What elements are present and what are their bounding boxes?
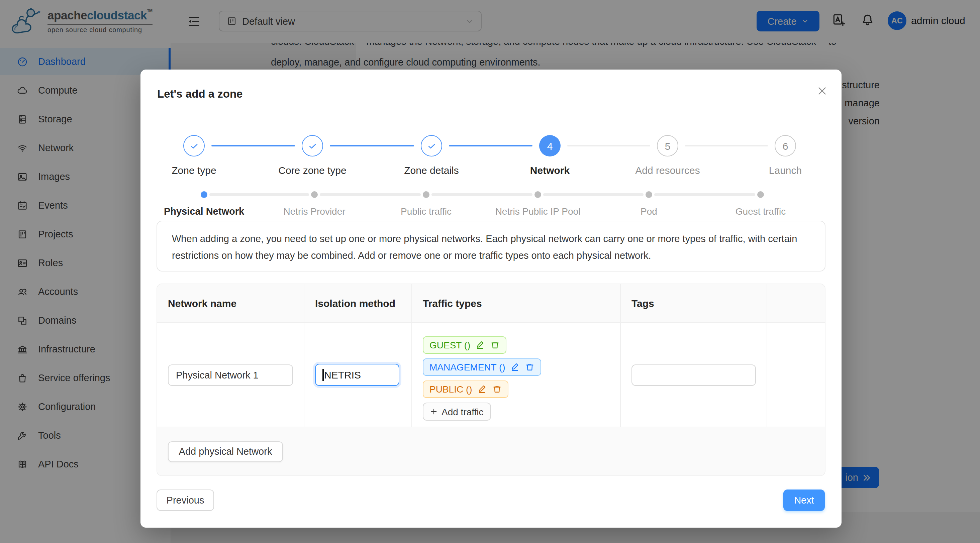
isolation-method-value: NETRIS <box>324 369 361 381</box>
delete-icon[interactable] <box>525 362 535 372</box>
step-connector <box>212 145 295 146</box>
tags-cell <box>620 323 767 427</box>
step-connector <box>685 145 768 146</box>
traffic-tag-guest: GUEST () <box>423 337 506 354</box>
step-add-resources[interactable]: 5 <box>657 135 678 157</box>
app-viewport: clouds. CloudStack™ manages the Network,… <box>0 0 980 543</box>
isolation-method-cell: NETRIS <box>304 323 411 427</box>
substep-connector <box>320 193 421 196</box>
substep-connector <box>209 193 309 196</box>
previous-button[interactable]: Previous <box>156 489 214 511</box>
step-connector <box>449 145 533 146</box>
step-zone-type[interactable] <box>183 135 205 157</box>
step-label: Zone details <box>404 165 458 176</box>
edit-icon[interactable] <box>476 340 485 350</box>
substep-dot-guest-traffic[interactable] <box>757 191 764 198</box>
traffic-tag-label: GUEST () <box>430 340 470 351</box>
check-icon <box>426 141 436 151</box>
traffic-tag-label: PUBLIC () <box>430 384 472 395</box>
column-header-traffic-types: Traffic types <box>411 284 620 322</box>
text-caret <box>323 369 323 381</box>
delete-icon[interactable] <box>492 384 502 394</box>
traffic-tag-label: MANAGEMENT () <box>430 362 505 373</box>
add-traffic-button[interactable]: Add traffic <box>423 403 491 421</box>
substep-label: Netris Public IP Pool <box>495 206 581 217</box>
column-header-network-name: Network name <box>157 284 304 322</box>
zone-wizard-steps: 4 5 6 Zone type Core zone type Zone deta… <box>156 126 826 178</box>
add-physical-network-button[interactable]: Add physical Network <box>168 441 283 462</box>
traffic-tag-public: PUBLIC () <box>423 381 508 398</box>
close-button[interactable] <box>817 86 827 96</box>
substep-label: Physical Network <box>164 206 244 217</box>
substep-dot-physical-network[interactable] <box>201 191 207 198</box>
traffic-types-cell: GUEST () MANAGEMENT () PUBLIC () <box>411 323 620 427</box>
step-label: Network <box>530 165 570 176</box>
step-launch[interactable]: 6 <box>775 135 796 157</box>
substep-label: Netris Provider <box>283 206 345 217</box>
substep-dot-public-traffic[interactable] <box>423 191 430 198</box>
substep-label: Public traffic <box>401 206 452 217</box>
edit-icon[interactable] <box>477 384 487 394</box>
substep-dot-pod[interactable] <box>646 191 652 198</box>
physical-network-description-box: When adding a zone, you need to set up o… <box>156 221 826 272</box>
step-label: Core zone type <box>278 165 346 176</box>
network-name-input[interactable] <box>168 364 293 386</box>
table-row: NETRIS GUEST () MANAGEMENT () <box>157 322 825 427</box>
modal-header: Let's add a zone <box>140 70 842 110</box>
table-header-row: Network name Isolation method Traffic ty… <box>157 284 825 322</box>
physical-network-description: When adding a zone, you need to set up o… <box>172 231 811 264</box>
column-header-tags: Tags <box>620 284 767 322</box>
step-label: Launch <box>769 165 802 176</box>
step-connector <box>330 145 414 146</box>
next-button[interactable]: Next <box>783 489 825 511</box>
step-label: Zone type <box>172 165 216 176</box>
step-core-zone-type[interactable] <box>302 135 323 157</box>
substep-connector <box>654 193 755 196</box>
substep-label: Guest traffic <box>735 206 786 217</box>
table-footer-row: Add physical Network <box>157 427 825 475</box>
step-number: 6 <box>783 140 788 151</box>
physical-network-table: Network name Isolation method Traffic ty… <box>156 284 826 476</box>
column-header-isolation-method: Isolation method <box>304 284 411 322</box>
step-number: 4 <box>547 140 553 151</box>
substep-dot-netris-public-ip-pool[interactable] <box>535 191 541 198</box>
step-network[interactable]: 4 <box>539 135 561 157</box>
network-substeps: Physical Network Netris Provider Public … <box>140 182 842 221</box>
plus-icon <box>430 408 438 415</box>
step-label: Add resources <box>635 165 700 176</box>
modal-title: Let's add a zone <box>157 87 242 100</box>
close-icon <box>817 86 827 96</box>
substep-connector <box>543 193 644 196</box>
substep-connector <box>431 193 533 196</box>
column-header-empty <box>767 284 825 322</box>
check-icon <box>189 141 199 151</box>
step-zone-details[interactable] <box>421 135 442 157</box>
tags-input[interactable] <box>632 364 756 386</box>
check-icon <box>307 141 317 151</box>
add-traffic-label: Add traffic <box>442 406 484 417</box>
step-connector <box>567 145 650 146</box>
network-name-cell <box>157 323 304 427</box>
substep-dot-netris-provider[interactable] <box>311 191 318 198</box>
add-zone-modal: Let's add a zone 4 5 6 Zone typ <box>140 70 842 528</box>
traffic-tag-management: MANAGEMENT () <box>423 359 541 376</box>
empty-cell <box>767 323 825 427</box>
substep-label: Pod <box>641 206 657 217</box>
edit-icon[interactable] <box>511 362 520 372</box>
step-number: 5 <box>665 140 671 151</box>
isolation-method-input[interactable]: NETRIS <box>315 364 399 386</box>
delete-icon[interactable] <box>490 340 500 350</box>
